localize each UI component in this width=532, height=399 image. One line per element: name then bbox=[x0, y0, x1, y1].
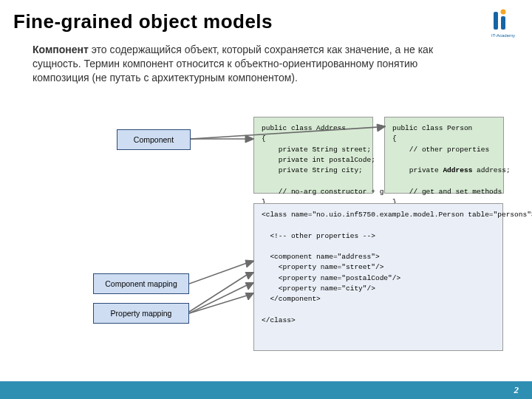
paragraph-rest: это содержащийся объект, который сохраня… bbox=[33, 44, 433, 83]
label-component-mapping: Component mapping bbox=[93, 273, 189, 294]
svg-rect-1 bbox=[501, 16, 505, 30]
code-person: public class Person { // other propertie… bbox=[384, 117, 504, 194]
arrow-component-to-person bbox=[191, 123, 386, 145]
svg-marker-11 bbox=[245, 272, 254, 279]
code-mapping: <class name="no.uio.inf5750.example.mode… bbox=[253, 203, 503, 351]
svg-marker-7 bbox=[377, 124, 386, 132]
description-paragraph: Компонент это содержащийся объект, котор… bbox=[33, 43, 476, 85]
slide-title: Fine-grained object models bbox=[13, 10, 273, 33]
svg-line-14 bbox=[189, 296, 247, 313]
label-component: Component bbox=[117, 129, 191, 150]
svg-rect-0 bbox=[494, 12, 498, 30]
paragraph-bold: Компонент bbox=[33, 44, 89, 55]
svg-point-2 bbox=[501, 10, 506, 15]
slide: Fine-grained object models IT-Academy Ко… bbox=[0, 0, 532, 399]
svg-marker-13 bbox=[245, 282, 254, 290]
logo-icon: IT-Academy bbox=[488, 7, 519, 38]
footer-bar bbox=[0, 381, 532, 399]
page-number: 2 bbox=[514, 384, 519, 396]
svg-line-6 bbox=[191, 127, 378, 139]
label-property-mapping: Property mapping bbox=[93, 303, 189, 324]
arrow-prop-mapping-to-xml-3 bbox=[189, 293, 254, 315]
svg-marker-9 bbox=[245, 260, 254, 267]
svg-marker-15 bbox=[245, 293, 254, 300]
svg-text:IT-Academy: IT-Academy bbox=[491, 33, 515, 38]
